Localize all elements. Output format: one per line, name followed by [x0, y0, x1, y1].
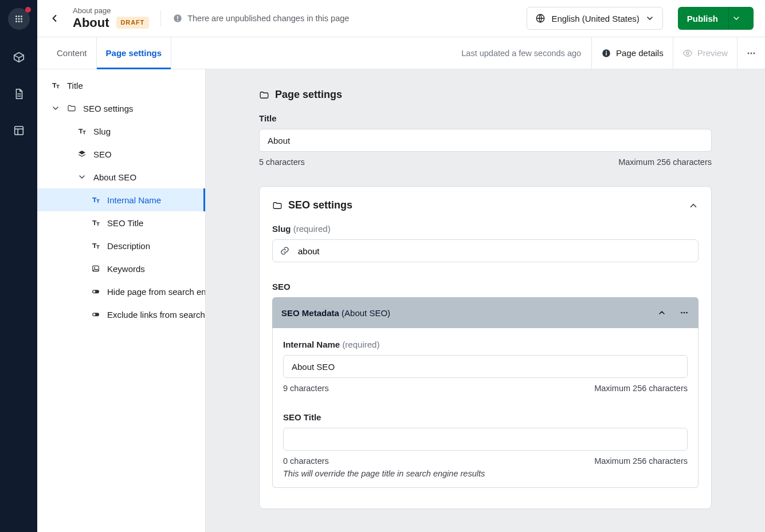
outline-exclude-links[interactable]: Exclude links from search engines [37, 303, 205, 326]
stack-icon [77, 149, 88, 159]
page-title: About [73, 15, 109, 30]
text-icon [91, 241, 101, 250]
unpublished-warning: There are unpublished changes in this pa… [172, 13, 349, 23]
chevron-down-icon [51, 104, 61, 113]
field-internal-name: Internal Name (required) 9 characters Ma… [283, 340, 688, 393]
more-menu-button[interactable] [737, 37, 765, 69]
field-seo: SEO SEO Metadata (About SEO) [272, 282, 699, 488]
chevron-down-icon [645, 14, 654, 23]
seo-settings-heading: SEO settings [288, 199, 352, 211]
info-icon [601, 48, 611, 58]
title-block: About page About DRAFT [73, 7, 149, 30]
nav-pages[interactable] [10, 121, 28, 140]
text-icon [91, 195, 101, 204]
folder-icon [259, 90, 269, 100]
label-title: Title [259, 113, 712, 123]
input-slug-wrapper [272, 239, 699, 262]
globe-icon [535, 13, 546, 23]
card-seo-settings: SEO settings Slug (required) [259, 186, 712, 509]
tab-page-settings[interactable]: Page settings [97, 37, 172, 69]
input-slug[interactable] [297, 240, 690, 262]
label-slug: Slug (required) [272, 224, 699, 234]
chevron-down-icon [77, 172, 88, 182]
label-seo: SEO [272, 282, 699, 291]
text-icon [91, 218, 101, 227]
global-nav-rail [0, 0, 37, 532]
outline-slug[interactable]: Slug [37, 120, 205, 143]
collapse-seo-settings[interactable] [688, 200, 699, 211]
seo-title-char-count: 0 characters [283, 456, 329, 466]
locale-select[interactable]: English (United States) [527, 7, 662, 30]
image-icon [91, 264, 101, 273]
section-page-settings: Page settings [259, 89, 712, 101]
field-slug: Slug (required) [272, 224, 699, 262]
outline-seo[interactable]: SEO [37, 143, 205, 165]
alert-icon [172, 13, 183, 23]
form-canvas: Page settings Title 5 characters Maximum… [206, 69, 765, 532]
topbar: About page About DRAFT There are unpubli… [37, 0, 765, 37]
status-badge: DRAFT [116, 17, 150, 29]
app-switcher-button[interactable] [8, 8, 30, 30]
outline-title[interactable]: Title [37, 74, 205, 97]
field-seo-title: SEO Title 0 characters Maximum 256 chara… [283, 412, 688, 478]
link-icon [280, 246, 290, 256]
metadata-more-menu[interactable] [679, 308, 689, 318]
outline-seo-settings[interactable]: SEO settings [37, 97, 205, 120]
internal-name-char-count: 9 characters [283, 384, 329, 393]
text-icon [51, 81, 61, 90]
title-char-max: Maximum 256 characters [618, 157, 712, 167]
breadcrumb: About page [73, 7, 149, 15]
warning-text: There are unpublished changes in this pa… [187, 14, 349, 23]
preview-button[interactable]: Preview [673, 37, 737, 69]
outline-description[interactable]: Description [37, 234, 205, 257]
outline-hide-page[interactable]: Hide page from search engines [37, 280, 205, 303]
folder-icon [272, 200, 283, 211]
outline-seo-title[interactable]: SEO Title [37, 211, 205, 234]
collapse-metadata[interactable] [657, 308, 666, 317]
divider [160, 10, 161, 26]
input-seo-title[interactable] [283, 428, 688, 451]
back-button[interactable] [44, 8, 65, 29]
title-char-count: 5 characters [259, 157, 305, 167]
outline-internal-name[interactable]: Internal Name [37, 188, 205, 211]
seo-title-hint: This will override the page title in sea… [283, 469, 688, 478]
seo-metadata-body: Internal Name (required) 9 characters Ma… [272, 328, 699, 488]
notification-dot-icon [25, 7, 31, 13]
toggle-icon [91, 310, 101, 319]
toggle-icon [91, 287, 101, 296]
nav-content-model[interactable] [10, 48, 28, 66]
locale-label: English (United States) [551, 14, 639, 23]
internal-name-char-max: Maximum 256 characters [594, 384, 688, 393]
page-details-button[interactable]: Page details [592, 37, 673, 69]
outline-about-seo[interactable]: About SEO [37, 165, 205, 188]
text-icon [77, 127, 88, 136]
outline-panel: Title SEO settings Slug SEO About [37, 69, 206, 532]
field-title: Title 5 characters Maximum 256 character… [259, 113, 712, 167]
label-seo-title: SEO Title [283, 412, 688, 422]
publish-label: Publish [687, 14, 728, 23]
publish-button[interactable]: Publish [678, 7, 754, 30]
label-internal-name: Internal Name (required) [283, 340, 688, 349]
outline-keywords[interactable]: Keywords [37, 257, 205, 280]
tab-content[interactable]: Content [48, 37, 97, 69]
input-internal-name[interactable] [283, 355, 688, 378]
folder-icon [67, 104, 77, 113]
subheader: Content Page settings Last updated a few… [37, 37, 765, 69]
last-updated: Last updated a few seconds ago [451, 37, 592, 69]
publish-caret[interactable] [728, 7, 754, 30]
eye-icon [682, 48, 693, 58]
seo-metadata-header[interactable]: SEO Metadata (About SEO) [272, 297, 699, 328]
nav-content[interactable] [10, 85, 28, 103]
input-title[interactable] [259, 129, 712, 152]
seo-title-char-max: Maximum 256 characters [594, 456, 688, 466]
